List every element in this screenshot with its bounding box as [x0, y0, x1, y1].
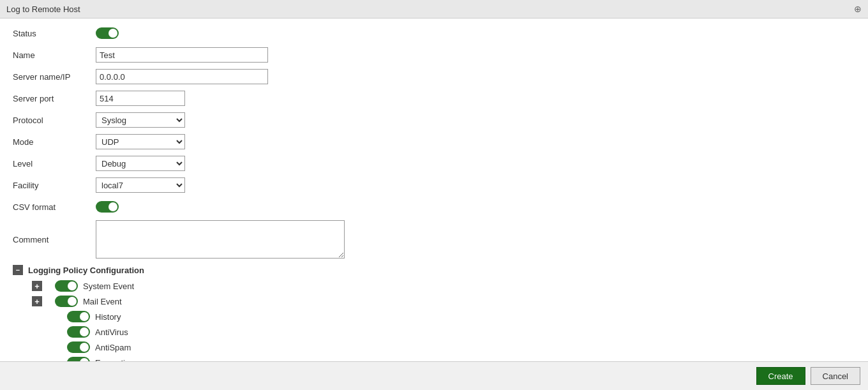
antispam-toggle[interactable] [67, 341, 90, 353]
window-title: Log to Remote Host [6, 4, 80, 14]
system-event-inner: System Event [55, 280, 134, 292]
facility-label: Facility [13, 181, 96, 190]
encryption-toggle[interactable] [67, 357, 90, 361]
footer: Create Cancel [0, 361, 868, 390]
protocol-label: Protocol [13, 116, 96, 125]
mode-label: Mode [13, 137, 96, 147]
system-event-expand-button[interactable]: + [32, 281, 42, 291]
cancel-button[interactable]: Cancel [811, 367, 860, 385]
system-event-label: System Event [83, 281, 134, 291]
name-row: Name [13, 47, 855, 63]
logging-policy-header: − Logging Policy Configuration [13, 265, 855, 275]
antivirus-label: AntiVirus [95, 327, 128, 337]
mode-row: Mode UDP TCP TLS [13, 133, 855, 150]
mail-event-toggle[interactable] [55, 296, 78, 307]
encryption-row: Encryption [67, 357, 855, 361]
comment-row: Comment [13, 220, 855, 259]
logging-policy-title: Logging Policy Configuration [28, 266, 144, 275]
mail-event-label: Mail Event [83, 297, 122, 306]
status-slider [96, 27, 119, 39]
resize-icon[interactable]: ⊕ [854, 4, 862, 14]
antispam-row: AntiSpam [67, 341, 855, 353]
antivirus-row: AntiVirus [67, 326, 855, 338]
server-input[interactable] [96, 69, 268, 84]
system-event-slider [55, 280, 78, 292]
server-label: Server name/IP [13, 72, 96, 82]
server-row: Server name/IP [13, 68, 855, 85]
create-button[interactable]: Create [756, 367, 805, 385]
port-input[interactable] [96, 91, 185, 106]
history-toggle[interactable] [67, 311, 90, 322]
mail-event-slider [55, 296, 78, 307]
level-row: Level Emergency Alert Critical Error War… [13, 155, 855, 172]
level-label: Level [13, 159, 96, 169]
csv-format-label: CSV format [13, 202, 96, 212]
status-row: Status [13, 25, 855, 41]
port-label: Server port [13, 94, 96, 103]
system-event-row: + System Event [32, 280, 855, 292]
csv-format-slider [96, 201, 119, 213]
protocol-row: Protocol Syslog NetFlow sFlow [13, 112, 855, 128]
window: Log to Remote Host ⊕ Status Name Server … [0, 0, 868, 390]
history-label: History [95, 312, 121, 322]
content-area: Status Name Server name/IP Server port [0, 19, 868, 361]
antispam-label: AntiSpam [95, 343, 131, 352]
facility-select[interactable]: local0 local1 local2 local3 local4 local… [96, 177, 185, 193]
name-input[interactable] [96, 47, 268, 63]
status-label: Status [13, 29, 96, 38]
mail-event-expand-button[interactable]: + [32, 296, 42, 306]
mode-select[interactable]: UDP TCP TLS [96, 134, 185, 149]
csv-format-toggle[interactable] [96, 201, 119, 213]
name-label: Name [13, 50, 96, 60]
facility-row: Facility local0 local1 local2 local3 loc… [13, 177, 855, 193]
title-bar: Log to Remote Host ⊕ [0, 0, 868, 19]
mail-event-inner: Mail Event [55, 296, 122, 307]
comment-label: Comment [13, 235, 96, 244]
antivirus-toggle[interactable] [67, 326, 90, 338]
port-row: Server port [13, 90, 855, 107]
encryption-slider [67, 357, 90, 361]
antivirus-slider [67, 326, 90, 338]
collapse-button[interactable]: − [13, 265, 23, 275]
csv-format-row: CSV format [13, 199, 855, 215]
status-toggle[interactable] [96, 27, 119, 39]
history-row: History [67, 311, 855, 322]
comment-input[interactable] [96, 220, 345, 259]
antispam-slider [67, 341, 90, 353]
form-panel: Status Name Server name/IP Server port [0, 19, 868, 361]
level-select[interactable]: Emergency Alert Critical Error Warning N… [96, 156, 185, 171]
history-slider [67, 311, 90, 322]
protocol-select[interactable]: Syslog NetFlow sFlow [96, 112, 185, 128]
system-event-toggle[interactable] [55, 280, 78, 292]
mail-event-row: + Mail Event [32, 296, 855, 307]
